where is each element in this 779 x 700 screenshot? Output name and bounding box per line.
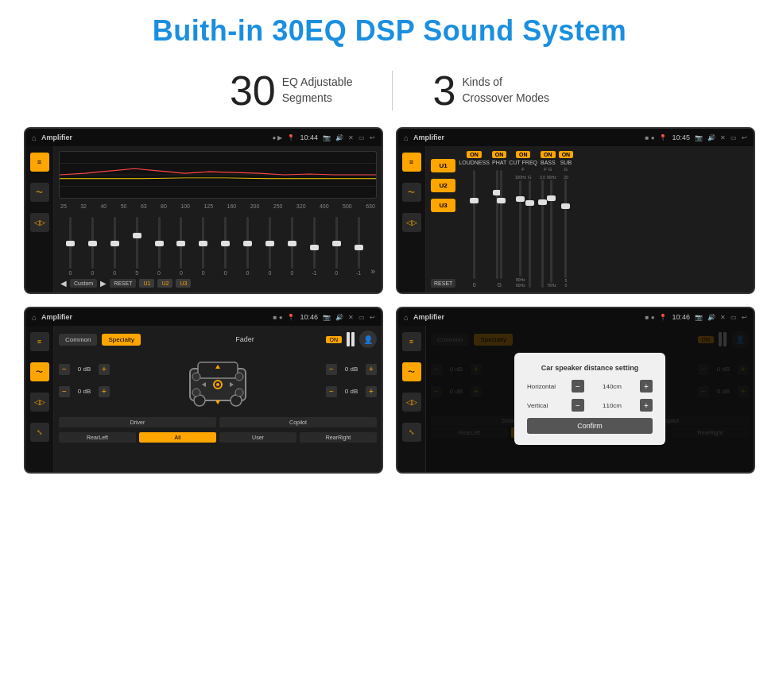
- u1-btn-cross[interactable]: U1: [431, 159, 455, 172]
- bass-on[interactable]: ON: [541, 151, 556, 158]
- u3-btn[interactable]: U3: [176, 279, 191, 288]
- confirm-button[interactable]: Confirm: [527, 418, 653, 434]
- bass-slider-1[interactable]: [541, 180, 544, 288]
- volume-icon-4: 🔊: [707, 314, 715, 321]
- cutfreq-slider-1[interactable]: [519, 180, 521, 277]
- cutfreq-on[interactable]: ON: [516, 151, 531, 158]
- car-diagram-wrapper: [114, 353, 321, 412]
- horizontal-plus[interactable]: +: [640, 380, 653, 393]
- all-btn[interactable]: All: [139, 432, 216, 443]
- sidebar-eq-icon-3[interactable]: ≡: [30, 332, 49, 351]
- bass-slider-2[interactable]: [550, 180, 552, 283]
- eq-track-4[interactable]: [136, 217, 138, 269]
- horizontal-minus[interactable]: −: [572, 380, 584, 393]
- sidebar-wave-icon-4[interactable]: 〜: [402, 362, 421, 381]
- sidebar-eq-icon-2[interactable]: ≡: [402, 153, 421, 172]
- play-icon[interactable]: ▶: [100, 279, 107, 288]
- dialog-title-bar: Amplifier: [413, 313, 641, 321]
- phat-slider-1[interactable]: [496, 170, 498, 279]
- vertical-minus[interactable]: −: [572, 399, 584, 412]
- eq-slider-1: 0: [60, 217, 80, 276]
- u1-btn[interactable]: U1: [139, 279, 154, 288]
- reset-btn-cross[interactable]: RESET: [431, 279, 455, 288]
- u2-btn[interactable]: U2: [157, 279, 172, 288]
- home-icon-2[interactable]: ⌂: [404, 133, 409, 142]
- eq-slider-3: 0: [105, 217, 125, 276]
- freq-125: 125: [203, 203, 213, 209]
- location-icon-4: 📍: [659, 314, 667, 321]
- sub-on[interactable]: ON: [559, 151, 574, 158]
- minus-tl[interactable]: −: [59, 364, 70, 375]
- eq-track-12[interactable]: [313, 217, 316, 269]
- user-btn[interactable]: User: [219, 432, 296, 443]
- sidebar-vol-icon-3[interactable]: ◁▷: [30, 393, 49, 412]
- fader-on-badge[interactable]: ON: [326, 336, 343, 343]
- horizontal-control: − 140cm +: [572, 380, 653, 393]
- eq-track-10[interactable]: [269, 217, 271, 269]
- rearright-btn[interactable]: RearRight: [300, 432, 377, 443]
- plus-bl[interactable]: +: [99, 386, 110, 397]
- freq-32: 32: [80, 203, 87, 209]
- crossover-main: U1 U2 U3 RESET ON LOUDNESS 0: [426, 146, 754, 292]
- reset-btn[interactable]: RESET: [110, 279, 136, 288]
- sidebar-vol-icon[interactable]: ◁▷: [30, 213, 49, 232]
- sidebar-eq-icon-4[interactable]: ≡: [402, 332, 421, 351]
- eq-track-8[interactable]: [224, 217, 227, 269]
- sidebar-expand-icon-3[interactable]: ⤡: [30, 423, 49, 442]
- specialty-tab[interactable]: Specialty: [102, 334, 140, 346]
- vertical-plus[interactable]: +: [640, 399, 653, 412]
- driver-btn[interactable]: Driver: [59, 417, 216, 427]
- minus-tr[interactable]: −: [326, 364, 337, 375]
- eq-title: Amplifier: [41, 133, 267, 141]
- sidebar-vol-icon-4[interactable]: ◁▷: [402, 393, 421, 412]
- plus-tl[interactable]: +: [99, 364, 110, 375]
- eq-track-13[interactable]: [335, 217, 338, 269]
- sidebar-expand-icon-4[interactable]: ⤡: [402, 423, 421, 442]
- loudness-on[interactable]: ON: [467, 151, 482, 158]
- eq-track-1[interactable]: [69, 217, 72, 269]
- eq-track-7[interactable]: [202, 217, 204, 269]
- home-icon-4[interactable]: ⌂: [404, 313, 409, 322]
- phat-slider-2[interactable]: [500, 170, 502, 279]
- camera-icon-2: 📷: [695, 134, 703, 141]
- common-tab[interactable]: Common: [59, 334, 97, 346]
- plus-br[interactable]: +: [366, 386, 377, 397]
- sidebar-wave-icon-3[interactable]: 〜: [30, 362, 49, 381]
- custom-btn[interactable]: Custom: [70, 279, 97, 288]
- eq-track-3[interactable]: [114, 217, 116, 269]
- sidebar-wave-icon[interactable]: 〜: [30, 183, 49, 202]
- prev-icon[interactable]: ◀: [60, 279, 67, 288]
- rearleft-btn[interactable]: RearLeft: [59, 432, 136, 443]
- sub-slider[interactable]: [564, 180, 567, 278]
- home-icon-3[interactable]: ⌂: [32, 313, 37, 322]
- eq-track-11[interactable]: [291, 217, 293, 269]
- plus-tr[interactable]: +: [366, 364, 377, 375]
- fader-tabs-row: Common Specialty Fader ON 👤: [59, 331, 377, 348]
- minus-bl[interactable]: −: [59, 386, 70, 397]
- cutfreq-col: ON CUT FREQ F 100Hz 80Hz 60Hz G: [509, 151, 537, 288]
- sidebar-wave-icon-2[interactable]: 〜: [402, 183, 421, 202]
- close-icon-3: ✕: [348, 314, 354, 321]
- copilot-btn[interactable]: Copilot: [219, 417, 377, 427]
- eq-track-14[interactable]: [358, 217, 360, 269]
- eq-track-6[interactable]: [180, 217, 182, 269]
- eq-track-2[interactable]: [91, 217, 94, 269]
- person-icon[interactable]: 👤: [359, 331, 377, 348]
- dialog-topbar: ⌂ Amplifier ■ ● 📍 10:46 📷 🔊 ✕ ▭ ↩: [397, 308, 754, 326]
- minus-br[interactable]: −: [326, 386, 337, 397]
- sidebar-eq-icon[interactable]: ≡: [30, 153, 49, 172]
- volume-icon: 🔊: [335, 134, 343, 141]
- eq-track-9[interactable]: [246, 217, 249, 269]
- phat-on[interactable]: ON: [492, 151, 507, 158]
- fader-topbar: ⌂ Amplifier ■ ● 📍 10:46 📷 🔊 ✕ ▭ ↩: [25, 308, 382, 326]
- mini-slider-1[interactable]: [347, 332, 350, 346]
- loudness-slider[interactable]: [473, 170, 475, 279]
- mini-slider-2[interactable]: [351, 332, 355, 346]
- home-icon[interactable]: ⌂: [32, 133, 37, 142]
- u2-btn-cross[interactable]: U2: [431, 179, 455, 192]
- sidebar-vol-icon-2[interactable]: ◁▷: [402, 213, 421, 232]
- cutfreq-slider-2[interactable]: [529, 180, 531, 288]
- eq-track-5[interactable]: [158, 217, 161, 269]
- u3-btn-cross[interactable]: U3: [431, 199, 455, 212]
- val-br: 0 dB: [340, 388, 362, 395]
